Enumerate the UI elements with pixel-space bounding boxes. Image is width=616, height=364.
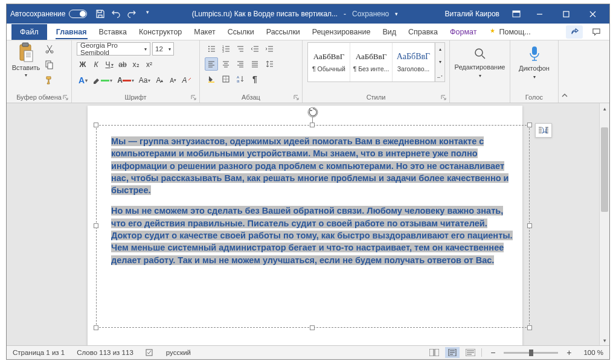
font-launcher-icon[interactable]	[191, 95, 197, 101]
status-spellcheck-icon[interactable]	[146, 348, 154, 357]
sort-button[interactable]: AЯ	[234, 72, 247, 86]
scroll-thumb[interactable]	[601, 127, 608, 212]
line-spacing-button[interactable]	[263, 57, 276, 71]
align-left-button[interactable]	[205, 57, 218, 71]
decrease-indent-button[interactable]	[248, 42, 261, 56]
vertical-scrollbar[interactable]: ▴ ▾	[599, 103, 609, 345]
font-name-combo[interactable]: Georgia Pro Semibold▾	[77, 42, 150, 56]
style-normal[interactable]: АаБбВвГ¶ Обычный	[308, 43, 350, 81]
tab-format[interactable]: Формат	[444, 25, 482, 39]
increase-indent-button[interactable]	[263, 42, 276, 56]
redo-icon[interactable]	[127, 9, 136, 19]
title-dropdown-icon[interactable]: ▾	[395, 11, 398, 17]
number-list-button[interactable]: 123	[219, 42, 233, 56]
maximize-button[interactable]	[553, 4, 579, 24]
tab-references[interactable]: Ссылки	[222, 25, 260, 39]
view-web-icon[interactable]	[463, 347, 478, 358]
resize-handle[interactable]	[94, 325, 98, 330]
view-read-icon[interactable]	[427, 347, 441, 358]
strikethrough-button[interactable]: ab	[117, 58, 129, 71]
scroll-up-icon[interactable]: ▴	[600, 103, 609, 113]
grow-font-button[interactable]: A▴	[153, 74, 165, 87]
underline-button[interactable]: Ч▾	[103, 58, 115, 71]
shrink-font-button[interactable]: A▾	[167, 74, 179, 87]
font-size-combo[interactable]: 12▾	[152, 42, 174, 56]
clear-formatting-button[interactable]: A	[180, 74, 193, 87]
zoom-slider[interactable]	[504, 352, 558, 354]
tab-layout[interactable]: Макет	[188, 25, 220, 39]
dictate-button[interactable]: Диктофон ▾	[515, 42, 553, 82]
save-icon[interactable]	[95, 9, 105, 19]
status-words[interactable]: Слово 113 из 113	[77, 349, 133, 356]
cut-button[interactable]	[43, 42, 56, 56]
resize-handle[interactable]	[527, 223, 532, 228]
status-page[interactable]: Страница 1 из 1	[13, 349, 65, 356]
tab-help[interactable]: Справка	[403, 25, 443, 39]
style-heading1[interactable]: АаБбВвГЗаголово...	[393, 43, 435, 81]
editing-button[interactable]: Редактирование ▾	[456, 42, 504, 82]
qat-dropdown-icon[interactable]: ▾	[143, 9, 152, 19]
highlight-button[interactable]: ▾	[91, 74, 114, 87]
copy-button[interactable]	[43, 58, 56, 71]
multilevel-list-button[interactable]	[234, 42, 247, 56]
bold-button[interactable]: Ж	[77, 58, 89, 71]
borders-button[interactable]	[219, 72, 233, 86]
minimize-button[interactable]	[526, 4, 553, 24]
resize-handle[interactable]	[94, 123, 98, 127]
view-print-icon[interactable]	[445, 347, 460, 358]
tab-review[interactable]: Рецензирование	[307, 25, 376, 39]
styles-expand-icon[interactable]: ⎯▾	[435, 69, 444, 81]
style-nospacing[interactable]: АаБбВвГ¶ Без инте...	[350, 43, 393, 81]
paragraph-launcher-icon[interactable]	[294, 95, 300, 101]
layout-options-icon[interactable]	[535, 123, 552, 138]
align-center-button[interactable]	[219, 57, 233, 71]
zoom-level[interactable]: 100 %	[583, 349, 603, 356]
comments-button[interactable]	[588, 25, 605, 39]
collapse-ribbon-icon[interactable]	[559, 40, 571, 103]
resize-handle[interactable]	[310, 123, 315, 127]
format-painter-button[interactable]	[43, 74, 56, 87]
close-button[interactable]	[579, 4, 606, 24]
bullet-list-button[interactable]	[205, 42, 218, 56]
resize-handle[interactable]	[94, 223, 98, 228]
tab-design[interactable]: Конструктор	[133, 25, 187, 39]
align-right-button[interactable]	[234, 57, 247, 71]
clipboard-launcher-icon[interactable]	[63, 95, 69, 101]
align-justify-button[interactable]	[248, 57, 261, 71]
styles-row-up-icon[interactable]: ▴	[435, 43, 444, 56]
tab-file[interactable]: Файл	[11, 24, 47, 40]
styles-launcher-icon[interactable]	[441, 95, 447, 101]
undo-icon[interactable]	[111, 9, 121, 19]
share-button[interactable]	[566, 25, 583, 39]
resize-handle[interactable]	[527, 123, 532, 127]
superscript-button[interactable]: x²	[143, 58, 155, 71]
status-language[interactable]: русский	[166, 349, 191, 356]
text-effects-button[interactable]: A▾	[77, 74, 89, 87]
text-content[interactable]: Мы — группа энтузиастов, одержимых идеей…	[97, 126, 529, 284]
rotate-handle-icon[interactable]	[307, 106, 319, 118]
ribbon-display-options-icon[interactable]	[507, 4, 526, 24]
tab-insert[interactable]: Вставка	[94, 25, 132, 39]
tell-me-search[interactable]: Помощ...	[483, 25, 536, 39]
resize-handle[interactable]	[527, 325, 532, 330]
tab-mailings[interactable]: Рассылки	[261, 25, 306, 39]
subscript-button[interactable]: x₂	[130, 58, 142, 71]
svg-rect-5	[24, 51, 33, 62]
font-color-button[interactable]: A▾	[115, 74, 136, 87]
paste-button[interactable]: Вставить ▾	[11, 42, 40, 78]
tab-home[interactable]: Главная	[51, 25, 92, 39]
scroll-down-icon[interactable]: ▾	[600, 335, 609, 345]
zoom-in-button[interactable]: +	[562, 347, 576, 358]
tab-view[interactable]: Вид	[377, 25, 402, 39]
zoom-out-button[interactable]: −	[486, 347, 500, 358]
text-box-selected[interactable]: Мы — группа энтузиастов, одержимых идеей…	[96, 125, 530, 328]
app-window: Автосохранение ▾ (Lumpics.ru) Как в Ворд…	[6, 4, 610, 360]
shading-button[interactable]	[205, 72, 218, 86]
resize-handle[interactable]	[310, 325, 315, 330]
styles-row-down-icon[interactable]: ▾	[435, 56, 444, 68]
italic-button[interactable]: К	[90, 58, 102, 71]
change-case-button[interactable]: Aa▾	[137, 74, 153, 87]
autosave-toggle[interactable]	[69, 10, 87, 18]
show-marks-button[interactable]: ¶	[248, 72, 261, 86]
svg-rect-4	[22, 43, 28, 46]
